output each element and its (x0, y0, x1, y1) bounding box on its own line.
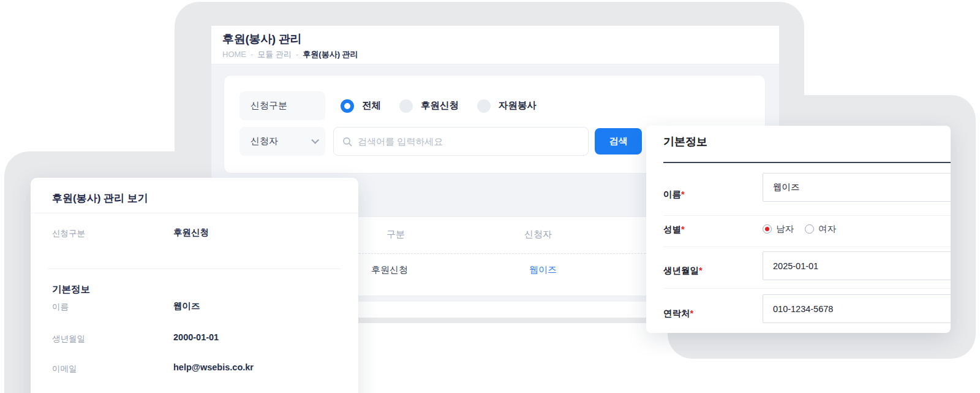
required-mark: * (699, 265, 703, 275)
breadcrumb-module[interactable]: 모듈 관리 (257, 50, 292, 59)
contact-input[interactable] (763, 294, 951, 323)
table-cell-category: 후원신청 (371, 264, 408, 276)
radio-unselected-icon[interactable] (399, 99, 413, 113)
required-mark: * (690, 308, 694, 318)
breadcrumb-separator: - (251, 50, 253, 59)
radio-option-label: 후원신청 (421, 99, 459, 112)
search-icon (342, 137, 352, 147)
edit-field-label-contact: 연락처* (663, 308, 693, 319)
screenshot-stage: 후원(봉사) 관리 HOME-모듈 관리-후원(봉사) 관리 신청구분 전체 (0, 0, 980, 393)
search-input[interactable] (358, 136, 579, 147)
row-divider (663, 246, 951, 247)
view-field-label: 이름 (52, 302, 69, 313)
gender-option-label: 남자 (776, 223, 794, 235)
birthdate-input[interactable] (763, 251, 951, 280)
breadcrumb-home[interactable]: HOME (222, 50, 246, 59)
divider (31, 213, 358, 213)
breadcrumb-separator: - (296, 50, 298, 59)
view-field-label: 신청구분 (52, 228, 85, 239)
label-text: 연락처 (663, 308, 690, 318)
search-button[interactable]: 검색 (595, 128, 642, 155)
row-divider (663, 288, 951, 289)
row-divider (663, 215, 951, 216)
view-field-label: 이메일 (52, 364, 77, 375)
radio-option-volunteer[interactable]: 자원봉사 (477, 99, 537, 113)
search-box (333, 127, 589, 156)
radio-option-label: 전체 (362, 99, 381, 112)
radio-option-all[interactable]: 전체 (341, 99, 381, 113)
radio-selected-icon[interactable] (763, 224, 772, 234)
filter-category-label: 신청구분 (239, 91, 325, 120)
view-field-value: 후원신청 (173, 227, 209, 238)
radio-selected-icon[interactable] (341, 99, 354, 113)
view-field-value: 웹이즈 (173, 300, 200, 312)
edit-field-label-name: 이름* (663, 189, 685, 200)
radio-option-sponsor[interactable]: 후원신청 (399, 99, 459, 113)
table-header-category: 구분 (386, 229, 405, 240)
table-cell-applicant-link[interactable]: 웹이즈 (529, 264, 557, 276)
label-text: 성별 (663, 224, 681, 234)
divider (48, 269, 341, 269)
view-panel: 후원(봉사) 관리 보기 신청구분 후원신청 기본정보 이름 웹이즈 생년월일 … (31, 178, 358, 393)
required-mark: * (681, 189, 685, 199)
gender-option-female[interactable]: 여자 (805, 223, 836, 235)
search-field-select-value: 신청자 (251, 135, 278, 147)
radio-unselected-icon[interactable] (477, 99, 491, 113)
breadcrumb-current: 후원(봉사) 관리 (303, 50, 358, 59)
search-field-select[interactable]: 신청자 (239, 127, 325, 156)
title-underline (663, 162, 951, 163)
edit-field-label-gender: 성별* (663, 224, 685, 235)
chevron-down-icon (311, 136, 319, 144)
label-text: 생년월일 (663, 265, 699, 275)
breadcrumb: HOME-모듈 관리-후원(봉사) 관리 (222, 49, 358, 60)
name-input[interactable] (763, 173, 951, 202)
filter-category-label-text: 신청구분 (251, 100, 287, 112)
edit-field-label-birthdate: 생년월일* (663, 265, 703, 277)
radio-unselected-icon[interactable] (805, 224, 814, 234)
view-field-label: 생년월일 (52, 334, 85, 345)
gender-option-label: 여자 (818, 223, 836, 235)
filter-radio-group: 전체 후원신청 자원봉사 (341, 91, 537, 120)
edit-panel: 기본정보 이름* 성별* 남자 여자 생년월일* (646, 126, 951, 333)
radio-option-label: 자원봉사 (499, 99, 537, 112)
required-mark: * (681, 224, 685, 234)
table-header-applicant: 신청자 (524, 229, 552, 240)
view-field-value: help@wsebis.co.kr (173, 362, 254, 372)
gender-option-male[interactable]: 남자 (763, 223, 794, 235)
main-header: 후원(봉사) 관리 HOME-모듈 관리-후원(봉사) 관리 (211, 26, 779, 64)
view-panel-title: 후원(봉사) 관리 보기 (52, 191, 148, 205)
edit-panel-title: 기본정보 (663, 134, 707, 149)
label-text: 이름 (663, 189, 681, 199)
page-title: 후원(봉사) 관리 (222, 31, 301, 47)
view-field-value: 2000-01-01 (173, 332, 219, 342)
view-section-title: 기본정보 (52, 283, 90, 296)
gender-radio-group: 남자 여자 (763, 223, 836, 235)
